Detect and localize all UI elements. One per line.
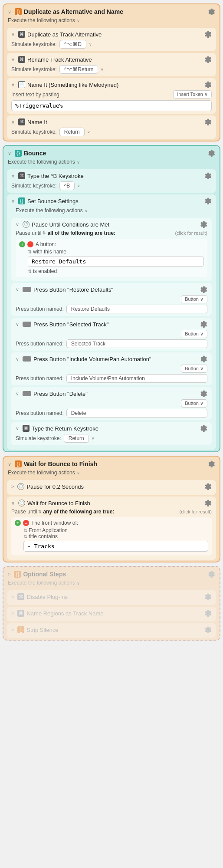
sub-item-press-include-vol: ∨ Press Button "Include Volume/Pan Autom… <box>11 352 212 385</box>
gear-icon-wait-bounce[interactable] <box>207 460 215 468</box>
title-press-restore: Press Button "Restore Defaults" <box>33 286 113 293</box>
title-press-include-vol: Press Button "Include Volume/Pan Automat… <box>33 356 151 362</box>
condition-row-add: + – A button: <box>19 241 204 247</box>
gear-icon-duplicate[interactable] <box>207 8 215 16</box>
gear-icon-press-delete[interactable] <box>200 390 207 398</box>
chevron-strip-silence[interactable]: > <box>11 627 14 632</box>
curly-icon-wait-bounce: {} <box>15 460 22 467</box>
gear-icon-press-selected-track[interactable] <box>200 320 207 328</box>
gear-icon-type-return[interactable] <box>200 424 207 432</box>
sub-item-set-bounce: ∨ {} Set Bounce Settings Execute the fol… <box>7 194 216 450</box>
title-pause-conditions: Pause Until Conditions are Met <box>32 221 109 228</box>
pause-until-row: Pause until ⇅ all of the following are t… <box>16 230 207 236</box>
insert-text-row-melodyned: Insert text by pasting Insert Token ∨ <box>11 90 212 99</box>
chevron-type-return[interactable]: ∨ <box>16 426 19 431</box>
title-dup-track-alt: Duplicate as Track Alternative <box>27 31 102 38</box>
red-minus-icon[interactable]: – <box>27 241 33 247</box>
title-name-regions: Name Regions as Track Name <box>26 610 103 617</box>
chevron-keystroke-type-b[interactable]: ∨ <box>77 184 80 188</box>
chevron-name-regions[interactable]: > <box>11 611 14 616</box>
expand-chevron-duplicate[interactable]: ∨ <box>8 9 11 15</box>
gear-icon-name-it[interactable] <box>204 118 212 126</box>
gear-icon-optional[interactable] <box>207 570 215 578</box>
green-plus-icon-wb[interactable]: + <box>15 520 21 526</box>
expand-chevron-optional[interactable]: > <box>8 572 10 577</box>
red-minus-icon-wb[interactable]: – <box>23 520 29 526</box>
keystroke-badge-name-it[interactable]: Return <box>59 128 85 136</box>
chevron-dup-track-alt[interactable]: ∨ <box>11 32 15 37</box>
chevron-wait-bounce-inner[interactable]: ∨ <box>11 500 15 506</box>
gear-icon-disable-plugins[interactable] <box>204 593 212 601</box>
chevron-press-include-vol[interactable]: ∨ <box>16 356 19 362</box>
button-badge-press-selected-track[interactable]: Button ∨ <box>181 330 207 338</box>
restore-defaults-input[interactable] <box>28 256 204 267</box>
chevron-rename-track-alt[interactable]: ∨ <box>11 57 15 62</box>
chevron-set-bounce[interactable]: ∨ <box>11 198 15 204</box>
chevron-pause-conditions[interactable]: ∨ <box>16 222 19 227</box>
expand-chevron-wait-bounce[interactable]: ∨ <box>8 461 11 467</box>
chevron-pause-all[interactable]: ⇅ <box>43 231 46 235</box>
gear-icon-dup-track-alt[interactable] <box>204 30 212 38</box>
button-badge-press-include-vol[interactable]: Button ∨ <box>181 365 207 373</box>
gear-icon-pause-conditions[interactable] <box>200 220 207 228</box>
execute-row-optional: Execute the following actions ∨ <box>3 579 220 589</box>
chevron-type-b[interactable]: ∨ <box>11 173 15 179</box>
gear-icon-press-include-vol[interactable] <box>200 355 207 363</box>
chevron-pause-02[interactable]: > <box>11 484 14 489</box>
chevron-keystroke-rename[interactable]: ∨ <box>101 67 104 72</box>
gear-icon-name-regions[interactable] <box>204 609 212 617</box>
button-row-press-include-vol: Button ∨ <box>16 365 207 373</box>
keystroke-badge-type-return[interactable]: Return <box>64 434 89 443</box>
chevron-keystroke-type-return[interactable]: ∨ <box>92 436 95 441</box>
text-input-melodyned[interactable] <box>11 100 212 111</box>
sub-item-type-b: ∨ ⌘ Type the ^B Keystroke Simulate keyst… <box>7 169 216 193</box>
chevron-keystroke-dup[interactable]: ∨ <box>89 42 92 46</box>
gear-icon-wait-bounce-inner[interactable] <box>204 499 212 507</box>
chevron-name-it[interactable]: ∨ <box>11 119 15 125</box>
button-badge-press-delete[interactable]: Button ∨ <box>181 399 207 408</box>
chevron-press-restore[interactable]: ∨ <box>16 287 19 293</box>
gear-icon-pause-02[interactable] <box>204 483 212 490</box>
keystroke-row-rename-track-alt: Simulate keystroke: ^⌥⌘Return ∨ <box>11 65 212 74</box>
execute-row-wait-bounce: Execute the following actions ∨ <box>3 469 220 478</box>
chevron-name-melodyned[interactable]: ∨ <box>11 82 15 88</box>
title-pause-02: Pause for 0.2 Seconds <box>26 483 84 490</box>
press-button-value-include-vol: Include Volume/Pan Automation <box>66 374 207 383</box>
restore-defaults-input-wrap <box>28 256 204 267</box>
title-name-melodyned: Name It (Something like Melodyned) <box>27 82 118 88</box>
rect-icon-press-selected-track <box>23 322 31 327</box>
gear-icon-rename-track-alt[interactable] <box>204 56 212 63</box>
gear-icon-strip-silence[interactable] <box>204 626 212 634</box>
clock-icon-pause-conditions: 🕐 <box>23 221 30 228</box>
gear-icon-set-bounce[interactable] <box>204 197 212 205</box>
gear-icon-bounce[interactable] <box>207 149 215 157</box>
chevron-press-delete[interactable]: ∨ <box>16 391 19 397</box>
tracks-field-wrap <box>23 541 208 552</box>
sub-item-name-it: ∨ ⌘ Name It Simulate keystroke: Return ∨ <box>7 115 216 139</box>
execute-row-duplicate: Execute the following actions ∨ <box>3 16 220 26</box>
chevron-keystroke-name-it[interactable]: ∨ <box>87 130 90 134</box>
sub-item-name-regions: > ⌘ Name Regions as Track Name <box>7 607 216 621</box>
sub-item-rename-track-alt: ∨ ⌘ Rename Track Alternative Simulate ke… <box>7 53 216 76</box>
keystroke-badge-dup-track-alt[interactable]: ^⌥⌘D <box>59 40 86 49</box>
tracks-input[interactable] <box>23 541 208 552</box>
insert-token-btn-melodyned[interactable]: Insert Token ∨ <box>173 90 212 99</box>
press-button-value-restore: Restore Defaults <box>66 305 207 313</box>
gear-icon-press-restore[interactable] <box>200 286 207 293</box>
chevron-press-selected-track[interactable]: ∨ <box>16 322 19 327</box>
green-plus-icon[interactable]: + <box>19 241 25 247</box>
title-press-selected-track: Press Button "Selected Track" <box>33 321 108 328</box>
keystroke-badge-rename-track-alt[interactable]: ^⌥⌘Return <box>59 65 98 74</box>
title-rename-track-alt: Rename Track Alternative <box>27 56 92 63</box>
chevron-execute-set-bounce: ∨ <box>85 208 88 213</box>
rect-icon-press-include-vol <box>23 356 31 362</box>
expand-chevron-bounce[interactable]: ∨ <box>8 151 11 156</box>
button-badge-press-restore[interactable]: Button ∨ <box>181 295 207 303</box>
gear-icon-name-melodyned[interactable] <box>204 81 212 89</box>
title-type-return: Type the Return Keystroke <box>32 425 98 432</box>
button-row-press-selected-track: Button ∨ <box>16 330 207 338</box>
chevron-execute-optional: ∨ <box>77 581 80 585</box>
chevron-disable-plugins[interactable]: > <box>11 594 14 599</box>
gear-icon-type-b[interactable] <box>204 172 212 180</box>
keystroke-badge-type-b[interactable]: ^B <box>59 181 75 190</box>
